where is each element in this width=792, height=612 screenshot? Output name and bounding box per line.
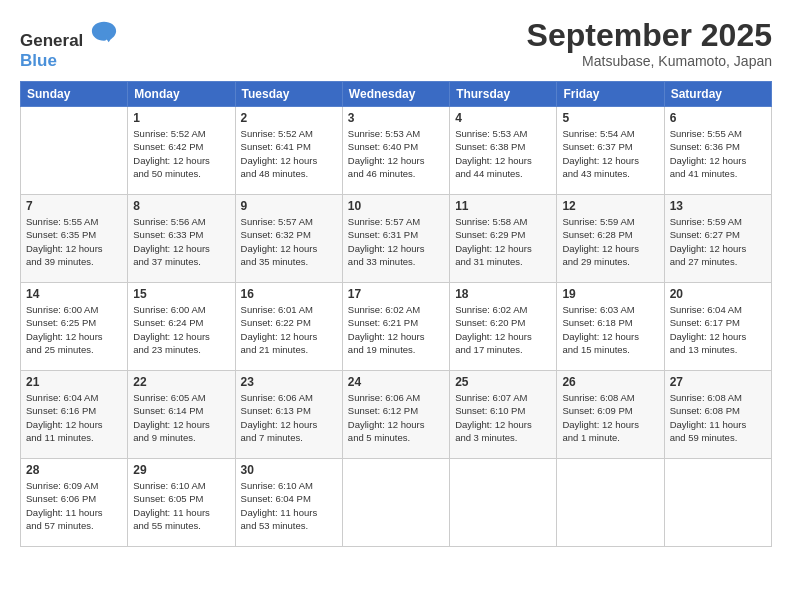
cell-info-line: Sunset: 6:31 PM <box>348 228 444 241</box>
calendar-cell: 12Sunrise: 5:59 AMSunset: 6:28 PMDayligh… <box>557 195 664 283</box>
logo-blue: Blue <box>20 51 57 70</box>
calendar-cell: 8Sunrise: 5:56 AMSunset: 6:33 PMDaylight… <box>128 195 235 283</box>
calendar-cell: 20Sunrise: 6:04 AMSunset: 6:17 PMDayligh… <box>664 283 771 371</box>
cell-info-line: and 46 minutes. <box>348 167 444 180</box>
cell-info-line: Sunrise: 6:08 AM <box>562 391 658 404</box>
location: Matsubase, Kumamoto, Japan <box>527 53 772 69</box>
cell-info-line: and 21 minutes. <box>241 343 337 356</box>
cell-info-line: Daylight: 12 hours <box>348 154 444 167</box>
cell-info-line: and 15 minutes. <box>562 343 658 356</box>
cell-info-line: Daylight: 12 hours <box>26 330 122 343</box>
calendar-cell: 26Sunrise: 6:08 AMSunset: 6:09 PMDayligh… <box>557 371 664 459</box>
cell-info-line: Sunrise: 6:09 AM <box>26 479 122 492</box>
cell-info-line: Sunrise: 6:04 AM <box>26 391 122 404</box>
cell-info-line: Daylight: 12 hours <box>133 418 229 431</box>
week-row-4: 28Sunrise: 6:09 AMSunset: 6:06 PMDayligh… <box>21 459 772 547</box>
cell-info-line: Daylight: 12 hours <box>133 154 229 167</box>
day-number: 16 <box>241 287 337 301</box>
calendar-cell: 5Sunrise: 5:54 AMSunset: 6:37 PMDaylight… <box>557 107 664 195</box>
cell-info-line: and 17 minutes. <box>455 343 551 356</box>
header: General Blue September 2025 Matsubase, K… <box>20 18 772 71</box>
cell-info-line: and 7 minutes. <box>241 431 337 444</box>
cell-info-line: and 11 minutes. <box>26 431 122 444</box>
cell-info-line: Sunrise: 5:53 AM <box>455 127 551 140</box>
calendar-cell: 23Sunrise: 6:06 AMSunset: 6:13 PMDayligh… <box>235 371 342 459</box>
cell-info-line: Sunset: 6:29 PM <box>455 228 551 241</box>
cell-info-line: and 3 minutes. <box>455 431 551 444</box>
calendar-cell <box>342 459 449 547</box>
cell-info-line: and 5 minutes. <box>348 431 444 444</box>
calendar-cell: 29Sunrise: 6:10 AMSunset: 6:05 PMDayligh… <box>128 459 235 547</box>
cell-info-line: Sunset: 6:25 PM <box>26 316 122 329</box>
cell-info-line: Sunset: 6:41 PM <box>241 140 337 153</box>
cell-info-line: Sunset: 6:35 PM <box>26 228 122 241</box>
cell-info-line: Daylight: 12 hours <box>133 242 229 255</box>
week-row-3: 21Sunrise: 6:04 AMSunset: 6:16 PMDayligh… <box>21 371 772 459</box>
calendar-cell <box>450 459 557 547</box>
cell-info-line: Daylight: 12 hours <box>241 154 337 167</box>
cell-info-line: and 59 minutes. <box>670 431 766 444</box>
calendar-cell <box>21 107 128 195</box>
day-number: 29 <box>133 463 229 477</box>
cell-info-line: Sunrise: 6:10 AM <box>133 479 229 492</box>
cell-info-line: Sunrise: 5:52 AM <box>241 127 337 140</box>
cell-info-line: Daylight: 12 hours <box>241 330 337 343</box>
cell-info-line: Daylight: 12 hours <box>562 242 658 255</box>
calendar-cell: 17Sunrise: 6:02 AMSunset: 6:21 PMDayligh… <box>342 283 449 371</box>
cell-info-line: Sunset: 6:20 PM <box>455 316 551 329</box>
day-number: 5 <box>562 111 658 125</box>
cell-info-line: Sunset: 6:13 PM <box>241 404 337 417</box>
cell-info-line: Sunset: 6:28 PM <box>562 228 658 241</box>
cell-info-line: and 50 minutes. <box>133 167 229 180</box>
calendar-cell: 25Sunrise: 6:07 AMSunset: 6:10 PMDayligh… <box>450 371 557 459</box>
cell-info-line: Sunset: 6:16 PM <box>26 404 122 417</box>
cell-info-line: Sunrise: 5:53 AM <box>348 127 444 140</box>
cell-info-line: Daylight: 12 hours <box>562 154 658 167</box>
cell-info-line: Daylight: 11 hours <box>241 506 337 519</box>
cell-info-line: Sunset: 6:21 PM <box>348 316 444 329</box>
cell-info-line: and 55 minutes. <box>133 519 229 532</box>
cell-info-line: Sunrise: 5:57 AM <box>348 215 444 228</box>
day-header-monday: Monday <box>128 82 235 107</box>
cell-info-line: and 33 minutes. <box>348 255 444 268</box>
cell-info-line: Sunrise: 6:10 AM <box>241 479 337 492</box>
logo-general: General <box>20 31 83 50</box>
calendar-cell: 18Sunrise: 6:02 AMSunset: 6:20 PMDayligh… <box>450 283 557 371</box>
cell-info-line: Sunset: 6:38 PM <box>455 140 551 153</box>
cell-info-line: Sunset: 6:22 PM <box>241 316 337 329</box>
day-header-friday: Friday <box>557 82 664 107</box>
day-header-wednesday: Wednesday <box>342 82 449 107</box>
day-header-tuesday: Tuesday <box>235 82 342 107</box>
calendar-header-row: SundayMondayTuesdayWednesdayThursdayFrid… <box>21 82 772 107</box>
cell-info-line: Daylight: 12 hours <box>455 330 551 343</box>
cell-info-line: Sunrise: 6:02 AM <box>455 303 551 316</box>
calendar-cell: 13Sunrise: 5:59 AMSunset: 6:27 PMDayligh… <box>664 195 771 283</box>
day-number: 11 <box>455 199 551 213</box>
page: General Blue September 2025 Matsubase, K… <box>0 0 792 612</box>
cell-info-line: Daylight: 12 hours <box>26 418 122 431</box>
cell-info-line: Sunrise: 6:08 AM <box>670 391 766 404</box>
cell-info-line: and 19 minutes. <box>348 343 444 356</box>
cell-info-line: Sunrise: 5:54 AM <box>562 127 658 140</box>
cell-info-line: and 43 minutes. <box>562 167 658 180</box>
day-number: 27 <box>670 375 766 389</box>
cell-info-line: Sunset: 6:33 PM <box>133 228 229 241</box>
cell-info-line: and 23 minutes. <box>133 343 229 356</box>
cell-info-line: Sunset: 6:42 PM <box>133 140 229 153</box>
day-number: 10 <box>348 199 444 213</box>
cell-info-line: and 1 minute. <box>562 431 658 444</box>
day-number: 23 <box>241 375 337 389</box>
week-row-0: 1Sunrise: 5:52 AMSunset: 6:42 PMDaylight… <box>21 107 772 195</box>
cell-info-line: and 29 minutes. <box>562 255 658 268</box>
day-number: 9 <box>241 199 337 213</box>
calendar-cell: 19Sunrise: 6:03 AMSunset: 6:18 PMDayligh… <box>557 283 664 371</box>
calendar-cell <box>557 459 664 547</box>
cell-info-line: Sunset: 6:05 PM <box>133 492 229 505</box>
cell-info-line: and 35 minutes. <box>241 255 337 268</box>
cell-info-line: Daylight: 12 hours <box>670 330 766 343</box>
week-row-1: 7Sunrise: 5:55 AMSunset: 6:35 PMDaylight… <box>21 195 772 283</box>
cell-info-line: Sunrise: 6:00 AM <box>133 303 229 316</box>
cell-info-line: Sunrise: 5:57 AM <box>241 215 337 228</box>
cell-info-line: and 27 minutes. <box>670 255 766 268</box>
cell-info-line: Daylight: 11 hours <box>26 506 122 519</box>
